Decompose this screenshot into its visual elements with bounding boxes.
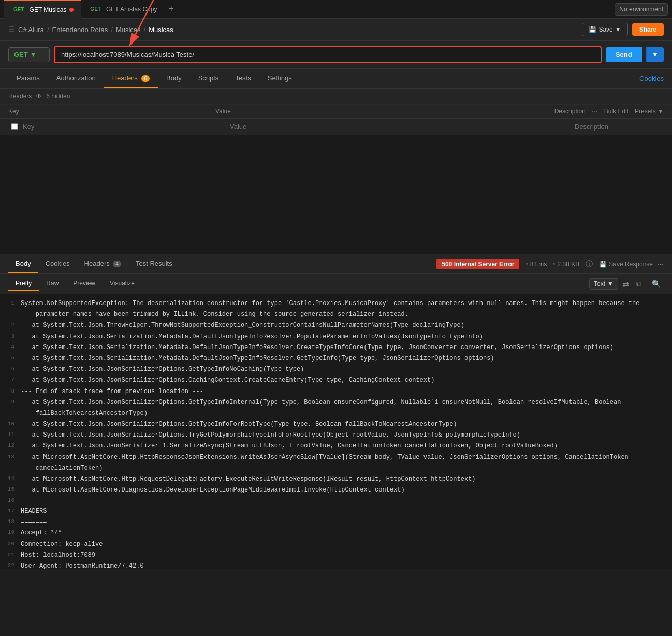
code-line: 18=======	[0, 517, 672, 528]
environment-selector[interactable]: No environment	[615, 3, 668, 16]
tab-method-badge-2: GET	[88, 6, 103, 12]
code-line: 9 at System.Text.Json.JsonSerializerOpti…	[0, 397, 672, 408]
method-select[interactable]: GET ▼	[8, 47, 50, 62]
code-line: 16	[0, 496, 672, 506]
format-bar: Pretty Raw Preview Visualize Text ▼ ⇄ ⧉ …	[0, 274, 672, 294]
code-line: 10 at System.Text.Json.JsonSerializerOpt…	[0, 419, 672, 430]
send-dropdown-button[interactable]: ▼	[646, 47, 664, 62]
key-input[interactable]	[21, 121, 228, 133]
format-tab-visualize[interactable]: Visualize	[103, 277, 142, 291]
code-line: 14 at Microsoft.AspNetCore.Http.RequestD…	[0, 474, 672, 485]
tab-get-artistas[interactable]: GET GET Artistas Copy	[81, 0, 164, 19]
tab-body[interactable]: Body	[158, 69, 190, 88]
save-response-label: Save Response	[609, 261, 653, 268]
format-right: Text ▼ ⇄ ⧉ 🔍	[589, 278, 664, 290]
response-tab-body[interactable]: Body	[8, 254, 38, 273]
code-line: 12 at System.Text.Json.JsonSerializer`1.…	[0, 441, 672, 452]
text-format-chevron-icon: ▼	[607, 280, 613, 287]
copy-button[interactable]: ⧉	[633, 279, 645, 290]
breadcrumb-part-3[interactable]: Musicas	[116, 26, 141, 34]
format-tabs: Pretty Raw Preview Visualize	[8, 277, 142, 291]
tab-add-button[interactable]: +	[164, 4, 178, 15]
table-header: Key Value Description ⋯ Bulk Edit Preset…	[0, 105, 672, 119]
request-tab-list: Params Authorization Headers 6 Body Scri…	[8, 69, 300, 88]
share-button[interactable]: Share	[632, 23, 664, 36]
text-format-select[interactable]: Text ▼	[589, 278, 618, 290]
save-response-button[interactable]: 💾 Save Response	[599, 261, 653, 268]
code-line: 6 at System.Text.Json.JsonSerializerOpti…	[0, 364, 672, 375]
code-line: 7 at System.Text.Json.JsonSerializerOpti…	[0, 375, 672, 386]
headers-label-section: Headers 👁 6 hidden	[0, 89, 672, 105]
response-headers-badge: 4	[113, 261, 121, 267]
hidden-count: 6 hidden	[46, 93, 70, 100]
headers-label: Headers 👁 6 hidden	[8, 93, 664, 100]
code-line: cancellationToken)	[0, 463, 672, 474]
search-button[interactable]: 🔍	[649, 279, 664, 289]
headers-table: Key Value Description ⋯ Bulk Edit Preset…	[0, 105, 672, 135]
breadcrumb-sep-1: /	[47, 26, 49, 34]
breadcrumb-current: Musicas	[149, 26, 173, 34]
bulk-edit-area: Description ⋯ Bulk Edit Presets ▼	[554, 108, 664, 115]
code-line: 13 at Microsoft.AspNetCore.Http.HttpResp…	[0, 452, 672, 463]
col-value: Value	[215, 108, 554, 115]
tab-authorization[interactable]: Authorization	[48, 69, 104, 88]
method-chevron-icon: ▼	[30, 51, 37, 59]
code-line: 21Host: localhost:7089	[0, 550, 672, 561]
breadcrumb-part-2[interactable]: Entendendo Rotas	[52, 26, 108, 34]
breadcrumb-part-1[interactable]: C# Alura	[18, 26, 44, 34]
code-line: 22User-Agent: PostmanRuntime/7.42.0	[0, 561, 672, 569]
more-icon: ⋯	[592, 108, 598, 115]
response-section: Body Cookies Headers 4 Test Results 500 …	[0, 254, 672, 569]
text-format-value: Text	[594, 280, 605, 287]
url-input[interactable]	[55, 47, 601, 62]
headers-badge: 6	[141, 75, 150, 82]
value-input[interactable]	[228, 121, 571, 133]
tab-params[interactable]: Params	[8, 69, 48, 88]
format-tab-raw[interactable]: Raw	[39, 277, 66, 291]
format-tab-preview[interactable]: Preview	[66, 277, 103, 291]
presets-btn[interactable]: Presets ▼	[635, 108, 664, 115]
table-row	[0, 119, 672, 135]
code-line: 20Connection: keep-alive	[0, 539, 672, 550]
tab-label-2: GET Artistas Copy	[106, 6, 157, 13]
save-button[interactable]: 💾 Save ▼	[582, 23, 627, 36]
more-options-icon[interactable]: ⋯	[657, 260, 664, 268]
response-tab-list: Body Cookies Headers 4 Test Results	[8, 254, 180, 273]
format-tab-pretty[interactable]: Pretty	[8, 277, 39, 291]
breadcrumb-actions: 💾 Save ▼ Share	[582, 23, 664, 36]
response-tab-cookies[interactable]: Cookies	[38, 254, 77, 273]
save-icon: 💾	[589, 26, 596, 33]
col-key: Key	[8, 108, 215, 115]
save-response-icon: 💾	[599, 261, 607, 268]
tab-tests[interactable]: Tests	[227, 69, 259, 88]
code-line: 3 at System.Text.Json.Serialization.Meta…	[0, 331, 672, 342]
tab-bar-right: No environment	[615, 3, 668, 16]
code-line: 4 at System.Text.Json.Serialization.Meta…	[0, 342, 672, 353]
collection-icon: ☰	[8, 25, 15, 34]
description-input[interactable]	[571, 121, 664, 133]
tab-headers[interactable]: Headers 6	[104, 69, 158, 88]
code-area[interactable]: 1System.NotSupportedException: The deser…	[0, 294, 672, 569]
code-line: 11 at System.Text.Json.JsonSerializerOpt…	[0, 430, 672, 441]
save-label: Save	[598, 26, 612, 33]
tab-scripts[interactable]: Scripts	[190, 69, 227, 88]
code-line: 5 at System.Text.Json.Serialization.Meta…	[0, 353, 672, 364]
response-tab-test-results[interactable]: Test Results	[128, 254, 180, 273]
bulk-edit-btn[interactable]: Bulk Edit	[604, 108, 629, 115]
wrap-icon[interactable]: ⇄	[622, 279, 629, 289]
url-bar: GET ▼ Send ▼	[0, 41, 672, 69]
tab-get-musicas[interactable]: GET GET Musicas	[4, 0, 81, 19]
code-line: fallBackToNearestAncestorType)	[0, 408, 672, 419]
tab-settings[interactable]: Settings	[259, 69, 300, 88]
save-chevron-icon: ▼	[615, 26, 621, 33]
send-button[interactable]: Send	[606, 47, 642, 62]
cookies-link[interactable]: Cookies	[639, 75, 664, 82]
tab-method-badge: GET	[11, 6, 26, 13]
breadcrumb: ☰ C# Alura / Entendendo Rotas / Musicas …	[8, 25, 173, 34]
request-tabs: Params Authorization Headers 6 Body Scri…	[0, 69, 672, 89]
response-tab-headers[interactable]: Headers 4	[77, 254, 128, 273]
response-size: • 2.38 KB	[553, 261, 579, 268]
breadcrumb-sep-3: /	[144, 26, 146, 34]
code-line: 15 at Microsoft.AspNetCore.Diagnostics.D…	[0, 485, 672, 496]
row-checkbox[interactable]	[8, 123, 21, 130]
